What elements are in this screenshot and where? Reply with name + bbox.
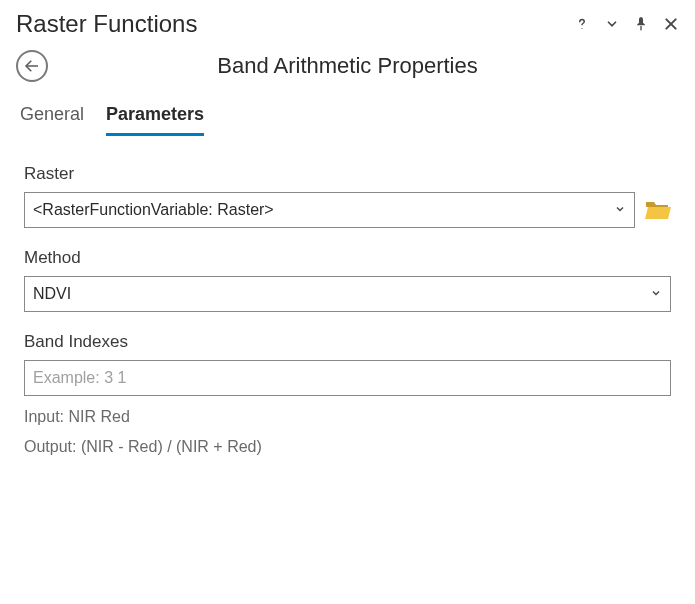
raster-value: <RasterFunctionVariable: Raster>	[33, 201, 274, 219]
subheader: Band Arithmetic Properties	[0, 44, 695, 100]
info-input-text: Input: NIR Red	[24, 404, 671, 430]
raster-select[interactable]: <RasterFunctionVariable: Raster>	[24, 192, 635, 228]
info-output-text: Output: (NIR - Red) / (NIR + Red)	[24, 434, 671, 460]
chevron-down-icon[interactable]	[605, 17, 619, 31]
panel-header: Raster Functions	[0, 0, 695, 44]
method-value: NDVI	[33, 285, 71, 303]
field-band-indexes: Band Indexes	[24, 332, 671, 396]
close-icon[interactable]	[663, 16, 679, 32]
parameters-panel: Raster <RasterFunctionVariable: Raster> …	[0, 136, 695, 475]
browse-folder-button[interactable]	[645, 199, 671, 221]
panel-title: Raster Functions	[16, 10, 197, 38]
raster-label: Raster	[24, 164, 671, 184]
field-method: Method NDVI	[24, 248, 671, 312]
band-indexes-label: Band Indexes	[24, 332, 671, 352]
chevron-down-icon	[614, 201, 626, 219]
pin-icon[interactable]	[633, 16, 649, 32]
tabs: General Parameters	[0, 100, 695, 136]
method-select[interactable]: NDVI	[24, 276, 671, 312]
back-button[interactable]	[16, 50, 48, 82]
method-label: Method	[24, 248, 671, 268]
panel-header-icons	[573, 15, 679, 33]
page-title: Band Arithmetic Properties	[217, 53, 477, 79]
chevron-down-icon	[650, 285, 662, 303]
band-indexes-input[interactable]	[24, 360, 671, 396]
tab-parameters[interactable]: Parameters	[106, 100, 204, 136]
svg-point-0	[581, 28, 582, 29]
help-icon[interactable]	[573, 15, 591, 33]
tab-general[interactable]: General	[20, 100, 84, 136]
field-raster: Raster <RasterFunctionVariable: Raster>	[24, 164, 671, 228]
